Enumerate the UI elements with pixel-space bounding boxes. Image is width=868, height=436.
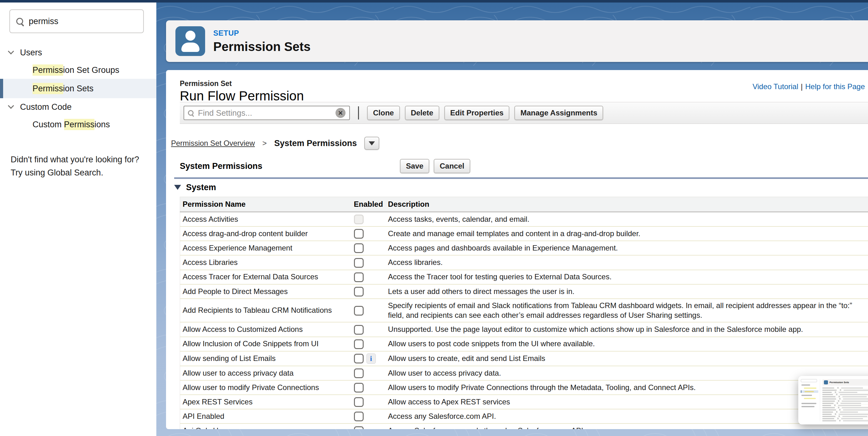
enabled-checkbox[interactable] — [354, 383, 364, 393]
sidebar-nav: Users Permission Set Groups Permission S… — [0, 44, 156, 133]
setup-eyebrow: SETUP — [213, 29, 310, 37]
table-row: Add People to Direct MessagesLets a user… — [180, 284, 868, 299]
caret-down-icon — [369, 142, 375, 146]
breadcrumb: Permission Set Overview > System Permiss… — [171, 137, 868, 150]
table-row: Access Tracer for External Data SourcesA… — [180, 270, 868, 284]
search-icon — [16, 18, 23, 25]
section-picker-dropdown-button[interactable] — [364, 137, 379, 150]
permission-description-cell: Create and manage email templates and co… — [385, 226, 868, 241]
enabled-checkbox[interactable] — [354, 412, 364, 421]
group-title: System — [186, 183, 216, 192]
section-actions: Save Cancel — [400, 159, 470, 173]
video-tutorial-link[interactable]: Video Tutorial — [753, 82, 798, 91]
sidebar-item-custom-permissions[interactable]: Custom Permissions — [0, 116, 156, 133]
table-row: Access ActivitiesAccess tasks, events, c… — [180, 212, 868, 227]
permission-description-cell: Access any Salesforce.com API. — [385, 409, 868, 424]
permission-set-overview-link[interactable]: Permission Set Overview — [171, 139, 255, 148]
enabled-checkbox[interactable] — [354, 258, 364, 268]
permission-description-cell: Allow user to access privacy data. — [385, 366, 868, 380]
permission-description-cell: Lets a user add others to direct message… — [385, 284, 868, 299]
breadcrumb-current: System Permissions — [274, 138, 357, 148]
thumbnail-mini-table — [823, 387, 868, 421]
page-title: Permission Sets — [213, 40, 310, 54]
detail-head: Permission Set Run Flow Permission Video… — [180, 70, 868, 102]
permission-name-cell: Access drag-and-drop content builder — [180, 226, 351, 241]
setup-sidebar: Users Permission Set Groups Permission S… — [0, 2, 156, 436]
info-icon[interactable] — [367, 353, 376, 364]
permission-name-cell: Access Tracer for External Data Sources — [180, 270, 351, 284]
enabled-checkbox[interactable] — [354, 368, 364, 378]
thumbnail-mini-row — [823, 409, 868, 411]
enabled-checkbox[interactable] — [354, 426, 364, 429]
delete-button[interactable]: Delete — [405, 106, 439, 120]
permission-name-cell: Allow Inclusion of Code Snippets from UI — [180, 337, 351, 351]
enabled-cell — [351, 241, 385, 255]
enabled-checkbox[interactable] — [354, 243, 364, 253]
save-button[interactable]: Save — [400, 159, 429, 173]
enabled-checkbox[interactable] — [354, 273, 364, 282]
thumbnail-mini-row — [823, 391, 868, 394]
thumbnail-mini-row — [823, 415, 868, 417]
thumbnail-mini-row — [823, 400, 868, 402]
enabled-checkbox[interactable] — [354, 339, 364, 349]
sidebar-item-permission-sets[interactable]: Permission Sets — [0, 79, 156, 98]
enabled-checkbox[interactable] — [354, 325, 364, 335]
find-settings-input[interactable] — [198, 108, 331, 118]
thumbnail-mini-row — [823, 398, 868, 400]
cancel-button[interactable]: Cancel — [434, 159, 470, 173]
sidebar-section-custom-code[interactable]: Custom Code — [0, 98, 156, 116]
column-enabled: Enabled — [351, 197, 385, 212]
enabled-cell — [351, 226, 385, 241]
help-for-this-page-link[interactable]: Help for this Page — [805, 82, 865, 91]
enabled-checkbox[interactable] — [354, 397, 364, 407]
main-region: SETUP Permission Sets Permission Set Run… — [156, 2, 868, 436]
thumbnail-mini-row — [823, 420, 868, 421]
clone-button[interactable]: Clone — [367, 106, 400, 120]
permission-description-cell: Access tasks, events, calendar, and emai… — [385, 212, 868, 227]
find-settings-box[interactable] — [184, 106, 350, 120]
sidebar-quickfind-box[interactable] — [9, 9, 144, 33]
permission-name-cell: Allow user to access privacy data — [180, 366, 351, 380]
thumbnail-mini-search — [801, 379, 817, 382]
search-match-highlight: Permiss — [33, 64, 63, 76]
system-group-toggle[interactable]: System — [174, 183, 868, 192]
table-row: Add Recipients to Tableau CRM Notificati… — [180, 299, 868, 322]
permission-description-cell: Allow users to modify Private Connection… — [385, 380, 868, 395]
permission-name-cell: Access Libraries — [180, 255, 351, 270]
permission-description-cell: Allow users to post code snippets from t… — [385, 337, 868, 351]
table-row: Allow sending of List EmailsAllow users … — [180, 351, 868, 366]
enabled-cell — [351, 409, 385, 424]
clear-search-icon[interactable] — [336, 108, 345, 118]
permission-description-cell: Access libraries. — [385, 255, 868, 270]
enabled-checkbox[interactable] — [354, 287, 364, 297]
enabled-checkbox[interactable] — [354, 354, 364, 364]
enabled-cell — [351, 322, 385, 337]
enabled-cell — [351, 255, 385, 270]
permission-description-cell: Specify recipients of email and Slack no… — [385, 299, 868, 322]
enabled-cell — [351, 212, 385, 227]
permission-name-cell: Allow user to modify Private Connections — [180, 380, 351, 395]
sidebar-section-users[interactable]: Users — [0, 44, 156, 61]
table-row: Allow user to access privacy dataAllow u… — [180, 366, 868, 380]
permissions-table-body: Access ActivitiesAccess tasks, events, c… — [180, 212, 868, 430]
edit-properties-button[interactable]: Edit Properties — [444, 106, 510, 120]
enabled-checkbox[interactable] — [354, 229, 364, 239]
permission-name-cell: Apex REST Services — [180, 395, 351, 409]
thumbnail-mini-main: Permission Sets — [823, 379, 868, 421]
collapse-triangle-icon — [174, 185, 181, 190]
table-row: Access drag-and-drop content builderCrea… — [180, 226, 868, 241]
action-toolbar: Clone Delete Edit Properties Manage Assi… — [180, 102, 868, 124]
sidebar-item-permission-set-groups[interactable]: Permission Set Groups — [0, 61, 156, 79]
permission-name-cell: API Enabled — [180, 409, 351, 424]
table-row: Allow Inclusion of Code Snippets from UI… — [180, 337, 868, 351]
column-description: Description — [385, 197, 868, 212]
manage-assignments-button[interactable]: Manage Assignments — [514, 106, 603, 120]
search-match-highlight: Permiss — [64, 119, 95, 130]
thumbnail-mini-sidebar — [801, 379, 820, 421]
sidebar-item-label: Permission Set Groups — [33, 65, 119, 75]
sidebar-quickfind-input[interactable] — [29, 17, 140, 26]
enabled-checkbox[interactable] — [354, 306, 364, 316]
permission-name-cell: Access Activities — [180, 212, 351, 227]
screen-preview-thumbnail[interactable]: Permission Sets — [798, 376, 868, 425]
breadcrumb-separator: > — [262, 139, 267, 148]
